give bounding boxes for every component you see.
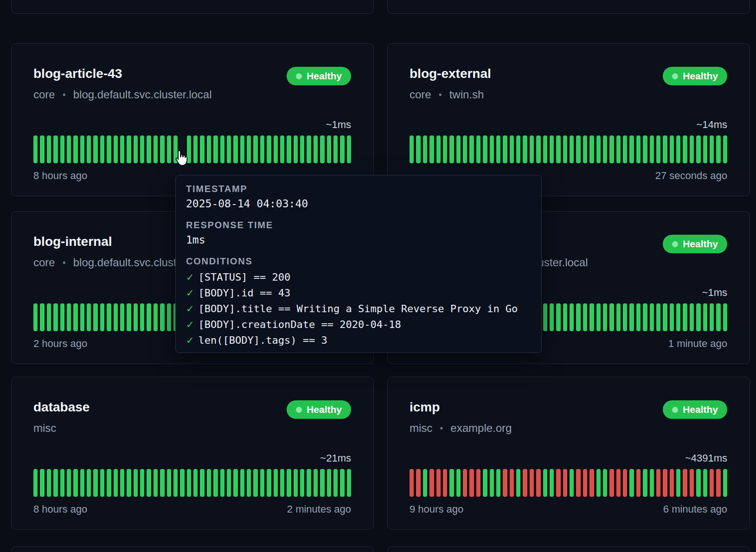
uptime-bar[interactable]: [107, 469, 111, 497]
uptime-bar[interactable]: [676, 469, 680, 497]
uptime-bar[interactable]: [609, 469, 614, 497]
uptime-bar[interactable]: [410, 469, 414, 497]
uptime-bar[interactable]: [207, 469, 211, 497]
uptime-bar[interactable]: [167, 469, 171, 497]
uptime-bar[interactable]: [563, 135, 567, 163]
uptime-bar[interactable]: [33, 469, 38, 497]
uptime-bar[interactable]: [47, 469, 51, 497]
uptime-bar[interactable]: [114, 469, 118, 497]
uptime-bar[interactable]: [347, 469, 351, 497]
uptime-bar[interactable]: [670, 135, 674, 163]
uptime-bar[interactable]: [636, 469, 641, 497]
uptime-bar[interactable]: [410, 135, 414, 163]
uptime-bar[interactable]: [253, 135, 257, 163]
uptime-bar[interactable]: [120, 469, 124, 497]
uptime-bar[interactable]: [536, 469, 540, 497]
uptime-bar[interactable]: [80, 135, 84, 163]
uptime-bar[interactable]: [147, 303, 151, 331]
uptime-bar[interactable]: [556, 303, 560, 331]
uptime-bar[interactable]: [193, 135, 198, 163]
uptime-bar[interactable]: [623, 469, 627, 497]
uptime-bar[interactable]: [167, 135, 171, 163]
uptime-bar[interactable]: [650, 135, 654, 163]
uptime-bar[interactable]: [583, 469, 587, 497]
uptime-bar[interactable]: [80, 469, 84, 497]
uptime-bar[interactable]: [523, 469, 527, 497]
uptime-bar[interactable]: [280, 135, 284, 163]
uptime-bar[interactable]: [710, 135, 714, 163]
uptime-bar[interactable]: [510, 135, 514, 163]
uptime-bar[interactable]: [723, 135, 727, 163]
uptime-bar[interactable]: [469, 469, 474, 497]
uptime-bar[interactable]: [347, 135, 351, 163]
uptime-bar[interactable]: [134, 135, 138, 163]
uptime-bar[interactable]: [676, 135, 680, 163]
uptime-bar[interactable]: [416, 135, 420, 163]
uptime-bar[interactable]: [340, 135, 344, 163]
uptime-bar[interactable]: [576, 303, 580, 331]
uptime-bar[interactable]: [603, 469, 607, 497]
uptime-bar[interactable]: [307, 135, 311, 163]
uptime-bar[interactable]: [154, 135, 158, 163]
uptime-bar[interactable]: [563, 303, 567, 331]
uptime-bar[interactable]: [160, 303, 164, 331]
uptime-bar[interactable]: [710, 469, 714, 497]
uptime-bar[interactable]: [193, 469, 198, 497]
uptime-bar[interactable]: [636, 135, 641, 163]
uptime-bar[interactable]: [154, 469, 158, 497]
uptime-bar[interactable]: [253, 469, 257, 497]
uptime-bar[interactable]: [510, 469, 514, 497]
uptime-bar[interactable]: [93, 469, 97, 497]
uptime-bar[interactable]: [663, 135, 667, 163]
uptime-bar[interactable]: [67, 135, 71, 163]
uptime-bar[interactable]: [40, 135, 44, 163]
partial-card-top-right[interactable]: [387, 0, 750, 14]
uptime-bar[interactable]: [589, 303, 594, 331]
uptime-bar[interactable]: [616, 469, 621, 497]
uptime-bar[interactable]: [609, 135, 614, 163]
uptime-bar[interactable]: [240, 135, 244, 163]
uptime-bar[interactable]: [463, 135, 467, 163]
uptime-bar[interactable]: [67, 469, 71, 497]
uptime-bar[interactable]: [703, 303, 707, 331]
uptime-bar[interactable]: [327, 135, 331, 163]
uptime-bar[interactable]: [274, 135, 278, 163]
uptime-bar[interactable]: [213, 135, 218, 163]
uptime-bar[interactable]: [663, 303, 667, 331]
uptime-bar[interactable]: [570, 135, 574, 163]
uptime-bar[interactable]: [207, 135, 211, 163]
uptime-bar[interactable]: [227, 469, 231, 497]
uptime-bar[interactable]: [683, 469, 687, 497]
uptime-bar[interactable]: [516, 135, 520, 163]
uptime-bar[interactable]: [636, 303, 641, 331]
uptime-bar[interactable]: [496, 135, 500, 163]
uptime-bar[interactable]: [47, 303, 51, 331]
service-card[interactable]: blog-article-43 core • blog.default.svc.…: [11, 43, 374, 196]
uptime-bar[interactable]: [300, 135, 304, 163]
uptime-bar[interactable]: [220, 135, 224, 163]
uptime-bar[interactable]: [503, 135, 507, 163]
uptime-bar[interactable]: [523, 135, 527, 163]
uptime-bar[interactable]: [483, 469, 487, 497]
uptime-bar[interactable]: [436, 469, 441, 497]
uptime-bar[interactable]: [40, 469, 44, 497]
uptime-bar[interactable]: [127, 135, 131, 163]
uptime-bar[interactable]: [260, 135, 264, 163]
uptime-bar[interactable]: [603, 135, 607, 163]
uptime-bar[interactable]: [650, 469, 654, 497]
uptime-bar[interactable]: [469, 135, 474, 163]
uptime-bar[interactable]: [100, 303, 104, 331]
uptime-bar[interactable]: [530, 469, 534, 497]
uptime-bar[interactable]: [120, 135, 124, 163]
uptime-bar[interactable]: [623, 135, 627, 163]
uptime-bar[interactable]: [716, 303, 720, 331]
uptime-bar[interactable]: [93, 303, 97, 331]
uptime-bar[interactable]: [543, 469, 547, 497]
uptime-bar[interactable]: [429, 469, 434, 497]
uptime-bar[interactable]: [576, 469, 580, 497]
uptime-bar[interactable]: [596, 135, 601, 163]
uptime-bar[interactable]: [307, 469, 311, 497]
uptime-bar[interactable]: [73, 135, 77, 163]
uptime-bar[interactable]: [187, 469, 191, 497]
uptime-bar[interactable]: [160, 135, 164, 163]
